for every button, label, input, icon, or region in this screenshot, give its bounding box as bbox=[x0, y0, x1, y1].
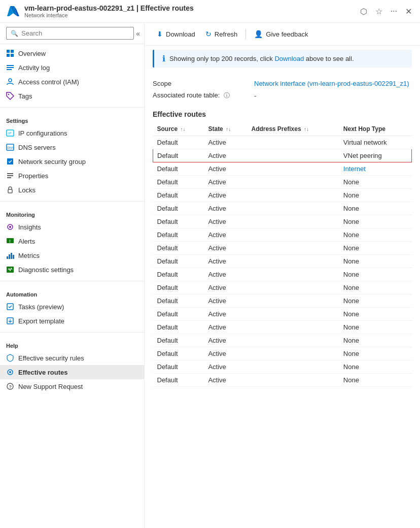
cell-next-hop: Internet bbox=[339, 162, 412, 176]
sidebar-item-new-support-request[interactable]: ? New Support Request bbox=[0, 379, 144, 393]
pin-button[interactable]: ⬡ bbox=[358, 5, 369, 18]
cell-source: Default bbox=[153, 321, 204, 334]
table-row[interactable]: DefaultActiveNone bbox=[153, 321, 412, 334]
toolbar-separator bbox=[246, 29, 246, 39]
cell-next-hop: VNet peering bbox=[339, 149, 412, 162]
sidebar-item-dns-servers[interactable]: DNS DNS servers bbox=[0, 140, 144, 154]
table-row[interactable]: DefaultActiveNone bbox=[153, 202, 412, 215]
svg-rect-28 bbox=[13, 255, 14, 259]
sort-source-icon[interactable]: ↑↓ bbox=[181, 126, 186, 132]
svg-text:!: ! bbox=[9, 239, 11, 244]
table-row[interactable]: DefaultActiveNone bbox=[153, 334, 412, 347]
cell-address-prefix bbox=[248, 347, 339, 360]
sort-address-icon[interactable]: ↑↓ bbox=[304, 126, 309, 132]
sidebar-item-ip-configurations[interactable]: IP IP configurations bbox=[0, 126, 144, 140]
meta-section: Scope Network interface (vm-learn-prod-e… bbox=[145, 72, 420, 108]
table-row[interactable]: DefaultActiveNone bbox=[153, 374, 412, 387]
cell-source: Default bbox=[153, 308, 204, 321]
sort-state-icon[interactable]: ↑↓ bbox=[226, 126, 231, 132]
table-row[interactable]: DefaultActiveVNet peering bbox=[153, 149, 412, 162]
cell-address-prefix bbox=[248, 136, 339, 149]
sidebar-item-alerts[interactable]: ! Alerts bbox=[0, 234, 144, 248]
table-row[interactable]: DefaultActiveNone bbox=[153, 360, 412, 374]
feedback-button[interactable]: 👤 Give feedback bbox=[250, 28, 312, 40]
refresh-button[interactable]: ↻ Refresh bbox=[201, 28, 242, 40]
col-source: Source ↑↓ bbox=[153, 122, 204, 136]
table-row[interactable]: DefaultActiveNone bbox=[153, 189, 412, 202]
more-button[interactable]: ··· bbox=[389, 5, 399, 18]
table-row[interactable]: DefaultActiveVirtual network bbox=[153, 136, 412, 149]
sidebar-item-tasks-preview[interactable]: Tasks (preview) bbox=[0, 300, 144, 314]
cell-source: Default bbox=[153, 334, 204, 347]
svg-rect-29 bbox=[7, 267, 14, 273]
sidebar-item-overview[interactable]: Overview bbox=[0, 46, 144, 60]
ip-config-icon: IP bbox=[6, 129, 14, 137]
cell-state: Active bbox=[204, 202, 247, 215]
sidebar-item-diagnostic-settings[interactable]: Diagnostic settings bbox=[0, 262, 144, 277]
info-text: Showing only top 200 records, click Down… bbox=[169, 55, 354, 62]
support-icon: ? bbox=[6, 382, 14, 390]
scope-value: Network interface (vm-learn-prod-eastus-… bbox=[254, 80, 409, 87]
svg-text:?: ? bbox=[9, 384, 12, 389]
cell-next-hop: None bbox=[339, 321, 412, 334]
table-row[interactable]: DefaultActiveNone bbox=[153, 308, 412, 321]
table-row[interactable]: DefaultActiveNone bbox=[153, 215, 412, 228]
content-area: ⬇ Download ↻ Refresh 👤 Give feedback ℹ S… bbox=[145, 23, 420, 528]
table-row[interactable]: DefaultActiveNone bbox=[153, 242, 412, 255]
next-hop-link[interactable]: Internet bbox=[343, 165, 366, 173]
table-row[interactable]: DefaultActiveNone bbox=[153, 347, 412, 360]
sidebar-item-metrics[interactable]: Metrics bbox=[0, 248, 144, 262]
sidebar: 🔍 « Overview Activity log bbox=[0, 23, 145, 528]
close-button[interactable]: ✕ bbox=[403, 5, 414, 18]
cell-next-hop: None bbox=[339, 242, 412, 255]
sidebar-item-tags[interactable]: Tags bbox=[0, 89, 144, 103]
dns-icon: DNS bbox=[6, 143, 14, 151]
table-row[interactable]: DefaultActiveNone bbox=[153, 268, 412, 281]
sidebar-item-export-template[interactable]: Export template bbox=[0, 314, 144, 328]
collapse-button[interactable]: « bbox=[136, 29, 140, 38]
svg-text:DNS: DNS bbox=[8, 146, 14, 149]
sidebar-nav: Overview Activity log Access control (IA… bbox=[0, 44, 144, 395]
help-divider bbox=[0, 332, 144, 333]
sidebar-item-locks[interactable]: Locks bbox=[0, 183, 144, 197]
search-box[interactable]: 🔍 bbox=[6, 27, 134, 40]
download-icon: ⬇ bbox=[157, 30, 163, 38]
svg-point-22 bbox=[9, 226, 11, 228]
activity-log-label: Activity log bbox=[18, 64, 50, 72]
sidebar-item-insights[interactable]: Insights bbox=[0, 220, 144, 234]
sidebar-item-activity-log[interactable]: Activity log bbox=[0, 60, 144, 75]
metrics-label: Metrics bbox=[18, 252, 40, 259]
cell-source: Default bbox=[153, 189, 204, 202]
table-title: Effective routes bbox=[153, 110, 412, 118]
sidebar-item-network-security-group[interactable]: Network security group bbox=[0, 154, 144, 169]
download-button[interactable]: ⬇ Download bbox=[153, 28, 199, 40]
sidebar-item-access-control[interactable]: Access control (IAM) bbox=[0, 75, 144, 89]
tasks-icon bbox=[6, 303, 14, 311]
sidebar-item-properties[interactable]: Properties bbox=[0, 169, 144, 183]
diagnostic-icon bbox=[6, 266, 14, 274]
cell-state: Active bbox=[204, 255, 247, 268]
cell-address-prefix bbox=[248, 281, 339, 294]
table-row[interactable]: DefaultActiveNone bbox=[153, 228, 412, 242]
table-row[interactable]: DefaultActiveNone bbox=[153, 176, 412, 189]
cell-address-prefix bbox=[248, 228, 339, 242]
table-row[interactable]: DefaultActiveNone bbox=[153, 294, 412, 308]
settings-divider bbox=[0, 107, 144, 108]
favorite-button[interactable]: ☆ bbox=[373, 5, 384, 18]
cell-next-hop: None bbox=[339, 189, 412, 202]
cell-source: Default bbox=[153, 374, 204, 387]
cell-source: Default bbox=[153, 242, 204, 255]
access-control-icon bbox=[6, 78, 14, 86]
cell-address-prefix bbox=[248, 321, 339, 334]
search-input[interactable] bbox=[21, 29, 129, 37]
help-section-label: Help bbox=[0, 337, 144, 351]
download-link[interactable]: Download bbox=[274, 55, 304, 62]
cell-state: Active bbox=[204, 136, 247, 149]
table-row[interactable]: DefaultActiveNone bbox=[153, 255, 412, 268]
alerts-icon: ! bbox=[6, 237, 14, 245]
cell-state: Active bbox=[204, 308, 247, 321]
sidebar-item-effective-security-rules[interactable]: Effective security rules bbox=[0, 351, 144, 365]
table-row[interactable]: DefaultActiveInternet bbox=[153, 162, 412, 176]
sidebar-item-effective-routes[interactable]: Effective routes bbox=[0, 365, 144, 379]
table-row[interactable]: DefaultActiveNone bbox=[153, 281, 412, 294]
